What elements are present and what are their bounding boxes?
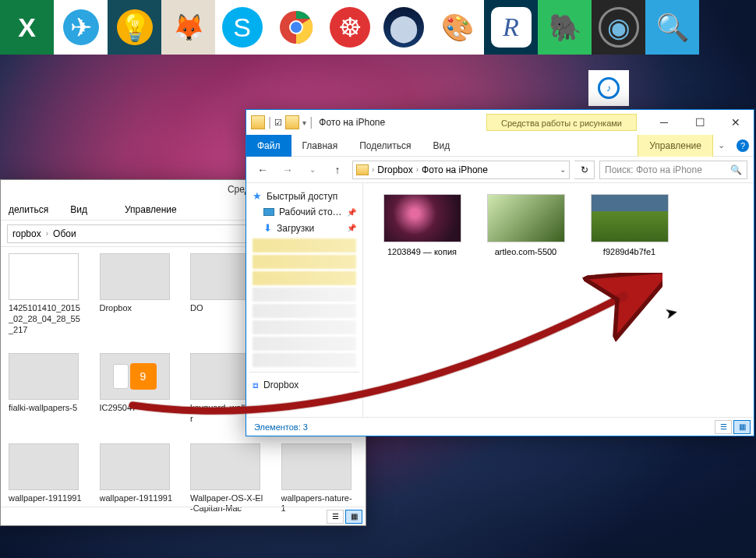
- dock-evernote-icon[interactable]: 🐘: [538, 0, 592, 55]
- desktop-file-icon[interactable]: ♪: [588, 70, 629, 106]
- nav-desktop[interactable]: Рабочий сто… 📌: [249, 204, 359, 220]
- divider: [249, 372, 359, 373]
- file-thumbnail: [190, 443, 260, 490]
- file-item[interactable]: Wallpaper-OS-X-El-Capitan-Mac: [190, 443, 264, 515]
- picture-tools-tab[interactable]: Средства работы с рисунками: [486, 114, 637, 131]
- tab-view[interactable]: Вид: [70, 204, 87, 215]
- desktop-icon: [263, 208, 274, 216]
- crumb-current[interactable]: Обои: [53, 228, 76, 239]
- ribbon-toggle-icon[interactable]: ⌄: [718, 140, 733, 150]
- file-item[interactable]: artleo.com-5500: [481, 194, 571, 256]
- star-icon: ★: [253, 190, 262, 202]
- dock-search-icon[interactable]: 🔍: [645, 0, 699, 55]
- minimize-button[interactable]: ─: [646, 111, 682, 134]
- file-thumbnail: [281, 443, 352, 490]
- file-item[interactable]: 1425101410_2015_02_28_04_28_55_217: [9, 253, 83, 334]
- dock-gimp-icon[interactable]: 🦊: [161, 0, 215, 55]
- downloads-icon: ⬇: [263, 222, 272, 234]
- file-thumbnail: [9, 253, 79, 300]
- view-details-button[interactable]: ☰: [327, 510, 344, 524]
- file-label: wallpaper-1911991: [9, 493, 82, 504]
- dock-rad-icon[interactable]: ☸: [323, 0, 376, 55]
- file-item[interactable]: wallpaper-1911991: [9, 443, 83, 515]
- dock-bar: X ✈ 💡 🦊 S ☸ ⬤ 🎨 R 🐘 ◉ 🔍: [0, 0, 699, 55]
- navigation-pane: ★ Быстрый доступ Рабочий сто… 📌 ⬇ Загруз…: [246, 183, 363, 417]
- close-button[interactable]: ✕: [718, 111, 754, 134]
- file-grid: 1203849 — копияartleo.com-5500f9289d4b7f…: [363, 183, 754, 417]
- crumb-dropbox[interactable]: Dropbox: [377, 164, 412, 175]
- file-item[interactable]: 1203849 — копия: [377, 194, 467, 256]
- folder-icon: [285, 115, 299, 129]
- qat-dropdown-icon[interactable]: ▾: [302, 118, 306, 127]
- qat-separator: |: [268, 115, 271, 129]
- folder-icon: [251, 115, 265, 129]
- dock-obs-icon[interactable]: ◉: [592, 0, 645, 55]
- file-item[interactable]: wallpaper-1911991: [100, 443, 174, 515]
- file-item[interactable]: f9289d4b7fe1: [585, 194, 674, 256]
- address-bar[interactable]: › Dropbox › Фото на iPhone ⌄: [352, 161, 570, 179]
- nav-item-blurred[interactable]: [253, 353, 356, 367]
- file-thumbnail: [100, 253, 170, 300]
- status-item-count: Элементов: 3: [254, 422, 308, 432]
- maximize-button[interactable]: ☐: [682, 111, 718, 134]
- nav-item-blurred[interactable]: [253, 288, 356, 302]
- file-thumbnail: [383, 194, 461, 242]
- dock-skype-icon[interactable]: S: [215, 0, 269, 55]
- tab-file[interactable]: Файл: [246, 135, 291, 157]
- explorer-window-iphone-photos[interactable]: | ☑ ▾ | Фото на iPhone Средства работы с…: [246, 109, 754, 436]
- file-item[interactable]: Dropbox: [100, 253, 174, 334]
- nav-item-blurred[interactable]: [253, 304, 356, 318]
- file-label: f9289d4b7fe1: [585, 247, 674, 256]
- help-icon[interactable]: ?: [737, 140, 749, 152]
- file-label: IC295047: [100, 403, 137, 414]
- dock-light-icon[interactable]: 💡: [108, 0, 161, 55]
- tab-manage[interactable]: Управление: [638, 135, 713, 157]
- nav-item-blurred[interactable]: [253, 320, 356, 334]
- search-box[interactable]: Поиск: Фото на iPhone 🔍: [599, 161, 747, 179]
- dock-excel-icon[interactable]: X: [0, 0, 54, 55]
- tab-manage[interactable]: Управление: [125, 204, 177, 215]
- file-thumbnail: [487, 194, 565, 242]
- view-icons-button[interactable]: ▦: [345, 510, 362, 524]
- file-item[interactable]: fialki-wallpapers-5: [9, 353, 83, 425]
- crumb-dropbox[interactable]: ropbox: [12, 228, 41, 239]
- crumb-current[interactable]: Фото на iPhone: [422, 164, 488, 175]
- view-details-button[interactable]: ☰: [715, 420, 732, 434]
- dock-chrome-icon[interactable]: [269, 0, 323, 55]
- dock-steam-icon[interactable]: ⬤: [376, 0, 430, 55]
- view-icons-button[interactable]: ▦: [733, 420, 751, 434]
- folder-icon: [356, 164, 369, 175]
- dock-paint-icon[interactable]: 🎨: [430, 0, 484, 55]
- qat-checkbox-icon[interactable]: ☑: [274, 118, 282, 128]
- nav-downloads[interactable]: ⬇ Загрузки 📌: [249, 220, 359, 236]
- nav-item-blurred[interactable]: [253, 255, 356, 269]
- nav-dropbox[interactable]: ⧈ Dropbox: [249, 377, 359, 393]
- file-thumbnail: [100, 443, 170, 490]
- nav-item-blurred[interactable]: [253, 238, 356, 253]
- file-thumbnail: 9: [100, 353, 170, 400]
- file-item[interactable]: 9IC295047: [100, 353, 174, 425]
- file-item[interactable]: wallpapers-nature-1: [281, 443, 355, 515]
- nav-item-blurred[interactable]: [253, 337, 356, 351]
- nav-item-blurred[interactable]: [253, 271, 356, 285]
- dock-revo-icon[interactable]: R: [484, 0, 538, 55]
- tab-share[interactable]: Поделиться: [348, 135, 422, 157]
- nav-quick-access[interactable]: ★ Быстрый доступ: [249, 188, 359, 204]
- window-title: Фото на iPhone: [319, 117, 385, 128]
- dock-telegram-icon[interactable]: ✈: [54, 0, 108, 55]
- file-label: 1203849 — копия: [377, 247, 467, 256]
- tab-view[interactable]: Вид: [422, 135, 461, 157]
- up-button[interactable]: ↑: [327, 160, 348, 180]
- back-button[interactable]: ←: [253, 160, 273, 180]
- refresh-button[interactable]: ↻: [574, 161, 595, 179]
- search-placeholder: Поиск: Фото на iPhone: [605, 164, 702, 175]
- pin-icon: 📌: [347, 208, 356, 217]
- tab-share[interactable]: делиться: [9, 204, 48, 215]
- chevron-right-icon: ›: [46, 229, 48, 238]
- chevron-down-icon[interactable]: ⌄: [560, 165, 566, 174]
- forward-button[interactable]: →: [277, 160, 298, 180]
- file-thumbnail: [9, 443, 79, 490]
- tab-home[interactable]: Главная: [291, 135, 349, 157]
- recent-locations-button[interactable]: ⌄: [302, 160, 323, 180]
- file-label: fialki-wallpapers-5: [9, 403, 77, 414]
